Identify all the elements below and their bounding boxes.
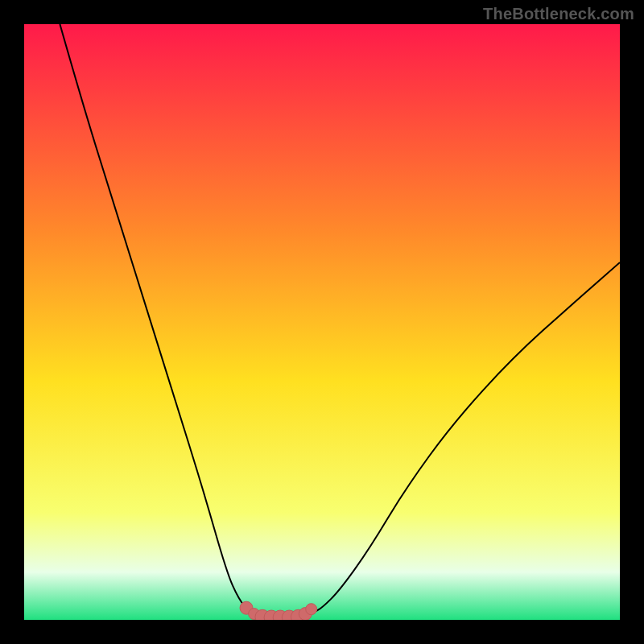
watermark-text: TheBottleneck.com [483, 5, 634, 23]
plot-area [24, 24, 620, 620]
chart-svg [24, 24, 620, 620]
data-marker [306, 604, 317, 615]
chart-frame: TheBottleneck.com [0, 0, 644, 644]
gradient-background [24, 24, 620, 620]
